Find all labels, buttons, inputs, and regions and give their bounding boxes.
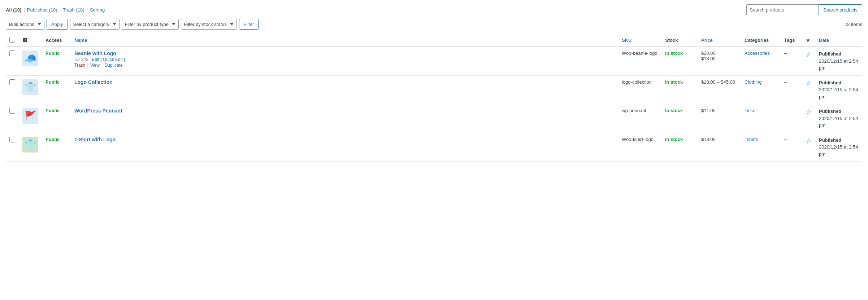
product-sku: Woo-tshirt-logo <box>622 137 654 142</box>
col-header-price[interactable]: Price <box>698 34 741 47</box>
product-name-link[interactable]: Logo Collection <box>74 79 113 85</box>
row-cb-cell <box>6 133 19 162</box>
table-row: 🧢 Public Beanie with Logo ID: 242 | Edit… <box>6 47 862 76</box>
category-link[interactable]: Tshirts <box>745 137 758 142</box>
filter-bar: Bulk actions Apply Select a category Fil… <box>6 19 862 30</box>
row-access-cell: Public <box>42 47 71 76</box>
date-label: Published <box>819 109 841 114</box>
search-input[interactable] <box>746 4 819 15</box>
product-thumbnail: 👕 <box>22 79 38 95</box>
stock-status-select[interactable]: Filter by stock status <box>181 19 237 30</box>
row-actions-2: Trash | View | Duplicate <box>74 63 615 68</box>
row-price-cell: $18.00 – $45.00 <box>698 75 741 104</box>
trash-filter-link[interactable]: Trash (18) <box>63 7 84 13</box>
product-sku: wp-pennant <box>622 108 646 113</box>
product-name-link[interactable]: WordPress Pennant <box>74 108 122 114</box>
category-select[interactable]: Select a category <box>70 19 120 30</box>
table-header: 🖼 Access Name SKU Stock Price C <box>6 34 862 47</box>
published-label: Published <box>27 7 48 13</box>
row-checkbox[interactable] <box>9 137 15 142</box>
featured-star[interactable]: ☆ <box>806 108 812 116</box>
product-price: $18.00 <box>701 137 716 142</box>
categories-col-label: Categories <box>745 38 769 43</box>
name-col-link[interactable]: Name <box>74 38 87 43</box>
quick-edit-link[interactable]: Quick Edit <box>103 57 123 62</box>
row-cb-cell <box>6 75 19 104</box>
date-col-link[interactable]: Date <box>819 38 829 43</box>
col-header-date[interactable]: Date <box>815 34 862 47</box>
stock-status: In stock <box>665 108 683 113</box>
sep3: | <box>87 7 88 13</box>
col-header-tags: Tags <box>781 34 802 47</box>
col-header-sku[interactable]: SKU <box>618 34 661 47</box>
row-featured-cell: ☆ <box>802 75 815 104</box>
row-thumb-cell: 🚩 <box>19 104 42 133</box>
row-categories-cell: Accessories <box>741 47 781 76</box>
featured-col-icon: ★ <box>806 38 810 43</box>
category-link[interactable]: Accessories <box>745 50 770 56</box>
thumb-emoji: 🧢 <box>25 53 36 64</box>
sep2: | <box>60 7 61 13</box>
date-value: 2020/12/15 at 2:54 pm <box>819 87 858 100</box>
featured-star[interactable]: ☆ <box>806 137 812 145</box>
product-thumbnail: 👕 <box>22 137 38 153</box>
table-body: 🧢 Public Beanie with Logo ID: 242 | Edit… <box>6 47 862 162</box>
row-name-cell: WordPress Pennant <box>71 104 618 133</box>
sorting-link[interactable]: Sorting <box>90 7 105 13</box>
product-name-link[interactable]: Beanie with Logo <box>74 50 116 56</box>
items-count: 18 items <box>845 22 862 27</box>
bulk-actions-select[interactable]: Bulk actions <box>6 19 44 30</box>
row-checkbox[interactable] <box>9 79 15 85</box>
col-header-name[interactable]: Name <box>71 34 618 47</box>
trash-label: Trash <box>63 7 75 13</box>
product-date: Published 2020/12/15 at 2:54 pm <box>819 137 859 158</box>
search-button[interactable]: Search products <box>819 4 862 15</box>
row-checkbox[interactable] <box>9 50 15 56</box>
edit-link[interactable]: Edit <box>92 57 99 62</box>
product-tags: – <box>784 137 787 142</box>
trash-link[interactable]: Trash <box>74 63 85 68</box>
published-filter-link[interactable]: Published (18) <box>27 7 57 13</box>
view-link[interactable]: View <box>90 63 100 68</box>
row-categories-cell: Tshirts <box>741 133 781 162</box>
row-cb-cell <box>6 104 19 133</box>
col-header-access: Access <box>42 34 71 47</box>
product-id: ID: 242 | Edit | Quick Edit | <box>74 57 615 62</box>
product-tags: – <box>784 108 787 113</box>
product-price: $11.05 <box>701 108 716 113</box>
date-label: Published <box>819 80 841 85</box>
sku-col-link[interactable]: SKU <box>622 38 632 43</box>
row-sku-cell: Woo-beanie-logo <box>618 47 661 76</box>
row-sku-cell: wp-pennant <box>618 104 661 133</box>
col-header-cb <box>6 34 19 47</box>
table-row: 🚩 Public WordPress Pennant wp-pennant In… <box>6 104 862 133</box>
col-header-thumb: 🖼 <box>19 34 42 47</box>
product-status: Public <box>45 50 60 56</box>
filter-button[interactable]: Filter <box>239 19 259 30</box>
apply-button[interactable]: Apply <box>47 19 68 30</box>
stock-status: In stock <box>665 137 683 142</box>
row-date-cell: Published 2020/12/15 at 2:54 pm <box>815 133 862 162</box>
featured-star[interactable]: ☆ <box>806 79 812 87</box>
row-thumb-cell: 👕 <box>19 75 42 104</box>
product-name-link[interactable]: T-Shirt with Logo <box>74 137 116 142</box>
duplicate-link[interactable]: Duplicate <box>105 63 123 68</box>
product-thumbnail: 🧢 <box>22 50 38 66</box>
product-type-select[interactable]: Filter by product type <box>122 19 179 30</box>
select-all-checkbox[interactable] <box>9 37 15 43</box>
row-date-cell: Published 2020/12/15 at 2:54 pm <box>815 75 862 104</box>
featured-star[interactable]: ☆ <box>806 50 812 58</box>
all-filter-link[interactable]: All (18) <box>6 7 21 13</box>
category-link[interactable]: Decor <box>745 108 757 113</box>
category-link[interactable]: Clothing <box>745 79 762 85</box>
row-date-cell: Published 2020/12/15 at 2:54 pm <box>815 104 862 133</box>
product-thumbnail: 🚩 <box>22 108 38 124</box>
image-col-icon: 🖼 <box>22 38 27 43</box>
row-checkbox[interactable] <box>9 108 15 114</box>
row-tags-cell: – <box>781 47 802 76</box>
price-col-link[interactable]: Price <box>701 38 713 43</box>
row-featured-cell: ☆ <box>802 104 815 133</box>
row-featured-cell: ☆ <box>802 133 815 162</box>
row-access-cell: Public <box>42 75 71 104</box>
row-access-cell: Public <box>42 133 71 162</box>
